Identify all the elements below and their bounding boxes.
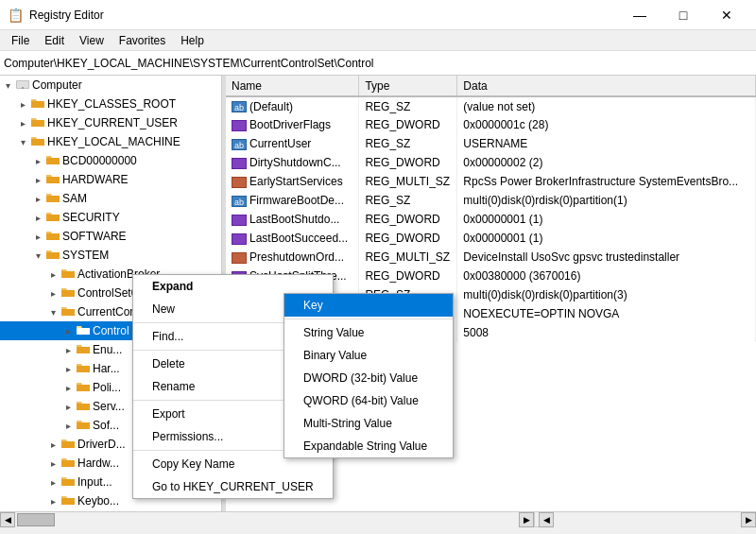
menu-item-favorites[interactable]: Favorites — [112, 32, 173, 49]
cell-type: REG_SZ — [359, 191, 457, 210]
scroll-right2-button[interactable]: ▶ — [741, 512, 756, 527]
scroll-right-button[interactable]: ▶ — [519, 512, 534, 527]
expand-icon: ▸ — [45, 269, 60, 280]
folder-icon — [45, 210, 60, 226]
menu-bar: FileEditViewFavoritesHelp — [0, 30, 756, 51]
tree-item-bcd[interactable]: ▸BCD00000000 — [0, 151, 221, 170]
table-row[interactable]: LastBootSucceed...REG_DWORD0x00000001 (1… — [226, 229, 756, 248]
tree-item-system[interactable]: ▾SYSTEM — [0, 246, 221, 265]
submenu-item-dword-32-bit-value[interactable]: DWORD (32-bit) Value — [284, 367, 453, 389]
svg-point-2 — [22, 87, 24, 89]
cell-data: multi(0)disk(0)rdisk(0)partition(3) — [457, 285, 756, 304]
title-left: 📋 Registry Editor — [8, 8, 104, 23]
cell-type: REG_DWORD — [359, 115, 457, 134]
folder-icon — [45, 229, 60, 245]
tree-item-security[interactable]: ▸SECURITY — [0, 208, 221, 227]
tree-label: Input... — [77, 475, 112, 489]
cell-data: 0x00000001 (1) — [457, 229, 756, 248]
expand-icon: ▾ — [15, 137, 30, 147]
tree-item-sam[interactable]: ▸SAM — [0, 189, 221, 208]
folder-icon — [45, 248, 60, 264]
close-button[interactable]: ✕ — [705, 0, 748, 30]
cell-data: NOEXECUTE=OPTIN NOVGA — [457, 304, 756, 323]
tree-item-hkcr[interactable]: ▸HKEY_CLASSES_ROOT — [0, 95, 221, 113]
col-header-name[interactable]: Name — [226, 76, 359, 96]
folder-icon — [30, 134, 45, 150]
tree-item-maps[interactable]: ▸Maps — [0, 510, 221, 511]
table-row[interactable]: LastBootShutdo...REG_DWORD0x00000001 (1) — [226, 210, 756, 229]
menu-item-view[interactable]: View — [72, 32, 112, 49]
submenu-item-string-value[interactable]: String Value — [284, 321, 453, 344]
tree-item-hardware[interactable]: ▸HARDWARE — [0, 170, 221, 189]
submenu-item-qword-64-bit-value[interactable]: QWORD (64-bit) Value — [284, 389, 453, 412]
expand-icon: ▸ — [30, 175, 45, 185]
cell-type: REG_DWORD — [359, 229, 457, 248]
tree-item-hklm[interactable]: ▾HKEY_LOCAL_MACHINE — [0, 132, 221, 151]
status-bar: Computer\HKEY_LOCAL_MACHINE\SYSTEM\Curre… — [0, 526, 756, 534]
tree-label: Control — [93, 324, 129, 337]
col-header-type[interactable]: Type — [359, 76, 457, 96]
scroll-left-button[interactable]: ◀ — [0, 512, 15, 527]
cell-name: DirtyShutdownC... — [226, 153, 359, 172]
submenu-item-expandable-string-value[interactable]: Expandable String Value — [284, 435, 453, 457]
submenu-item-key[interactable]: Key — [284, 294, 453, 317]
tree-label: DriverD... — [77, 438, 126, 451]
table-row[interactable]: BootDriverFlagsREG_DWORD0x0000001c (28) — [226, 115, 756, 134]
scroll-left2-button[interactable]: ◀ — [539, 512, 554, 527]
submenu-separator — [284, 319, 453, 319]
cell-name: EarlyStartServices — [226, 172, 359, 191]
maximize-button[interactable]: □ — [662, 0, 705, 30]
expand-icon: ▸ — [45, 477, 60, 488]
tree-item-computer[interactable]: ▾Computer — [0, 76, 221, 95]
expand-icon: ▸ — [15, 99, 30, 110]
scroll-track[interactable] — [15, 512, 519, 527]
tree-label: SOFTWARE — [62, 230, 127, 243]
menu-item-go-to-hkey_current_user[interactable]: Go to HKEY_CURRENT_USER — [133, 475, 333, 498]
folder-icon — [30, 96, 45, 112]
expand-icon: ▸ — [60, 326, 76, 336]
table-row[interactable]: PreshutdownOrd...REG_MULTI_SZDeviceInsta… — [226, 248, 756, 267]
table-row[interactable]: abCurrentUserREG_SZUSERNAME — [226, 134, 756, 153]
folder-icon — [76, 361, 91, 377]
menu-item-label: New — [152, 302, 175, 316]
expand-icon: ▾ — [30, 250, 45, 261]
folder-icon — [76, 399, 91, 415]
table-row[interactable]: EarlyStartServicesREG_MULTI_SZRpcSs Powe… — [226, 172, 756, 191]
menu-item-help[interactable]: Help — [173, 32, 212, 49]
menu-item-edit[interactable]: Edit — [37, 32, 72, 49]
tree-item-hkcu[interactable]: ▸HKEY_CURRENT_USER — [0, 113, 221, 132]
table-row[interactable]: DirtyShutdownC...REG_DWORD0x00000002 (2) — [226, 153, 756, 172]
expand-icon: ▸ — [60, 345, 76, 355]
menu-item-file[interactable]: File — [4, 32, 37, 49]
expand-icon: ▾ — [45, 307, 60, 318]
expand-icon: ▸ — [45, 439, 60, 450]
scroll-track2[interactable] — [554, 512, 741, 527]
folder-icon — [60, 456, 76, 472]
cell-data: 0x00380000 (3670016) — [457, 267, 756, 285]
minimize-button[interactable]: — — [618, 0, 662, 30]
tree-item-software[interactable]: ▸SOFTWARE — [0, 227, 221, 246]
tree-label: HARDWARE — [62, 173, 129, 186]
cell-data: (value not set) — [457, 96, 756, 115]
tree-label: SYSTEM — [62, 249, 109, 262]
folder-icon — [76, 418, 91, 434]
submenu-item-multi-string-value[interactable]: Multi-String Value — [284, 412, 453, 435]
tree-label: Computer — [32, 78, 82, 92]
tree-label: Serv... — [93, 400, 125, 413]
folder-icon — [60, 267, 76, 283]
cell-name: BootDriverFlags — [226, 115, 359, 134]
expand-icon: ▸ — [60, 383, 76, 393]
folder-icon — [76, 342, 91, 358]
submenu-item-binary-value[interactable]: Binary Value — [284, 344, 453, 367]
bottom-scrollbar[interactable]: ◀ ▶ ◀ ▶ — [0, 511, 756, 526]
submenu[interactable]: KeyString ValueBinary ValueDWORD (32-bit… — [284, 293, 454, 458]
cell-name: abCurrentUser — [226, 134, 359, 153]
menu-item-label: Export — [152, 407, 185, 421]
expand-icon: ▸ — [30, 232, 45, 242]
table-row[interactable]: ab(Default)REG_SZ(value not set) — [226, 96, 756, 115]
table-row[interactable]: abFirmwareBootDe...REG_SZmulti(0)disk(0)… — [226, 191, 756, 210]
expand-icon: ▸ — [45, 288, 60, 299]
col-header-data[interactable]: Data — [457, 76, 756, 96]
menu-item-label: Rename — [152, 380, 195, 393]
title-bar: 📋 Registry Editor — □ ✕ — [0, 0, 756, 30]
